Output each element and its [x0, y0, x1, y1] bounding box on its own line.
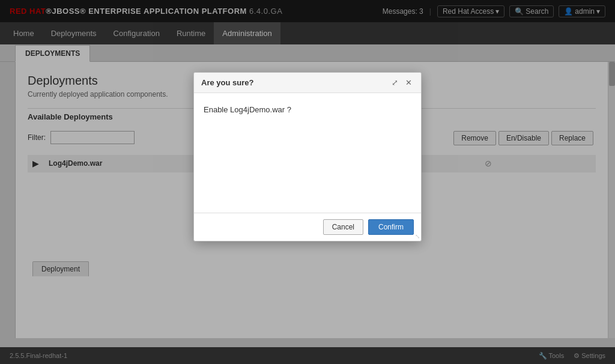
modal-dialog: Are you sure? ⤢ ✕ Enable Log4jDemo.war ?…: [193, 72, 422, 241]
cancel-button[interactable]: Cancel: [323, 219, 363, 235]
modal-title: Are you sure?: [201, 78, 253, 87]
modal-close-button[interactable]: ✕: [404, 77, 414, 88]
modal-body: Enable Log4jDemo.war ?: [194, 93, 421, 213]
expand-icon: ⤢: [392, 78, 398, 87]
modal-header: Are you sure? ⤢ ✕: [194, 73, 421, 93]
close-icon: ✕: [405, 78, 412, 87]
modal-header-icons: ⤢ ✕: [390, 77, 414, 88]
confirm-button[interactable]: Confirm: [368, 219, 414, 235]
resize-handle[interactable]: ⤡: [415, 233, 420, 240]
modal-overlay: Are you sure? ⤢ ✕ Enable Log4jDemo.war ?…: [0, 0, 615, 338]
modal-expand-button[interactable]: ⤢: [390, 77, 400, 88]
modal-footer: Cancel Confirm: [194, 213, 421, 241]
modal-message: Enable Log4jDemo.war ?: [204, 105, 291, 114]
